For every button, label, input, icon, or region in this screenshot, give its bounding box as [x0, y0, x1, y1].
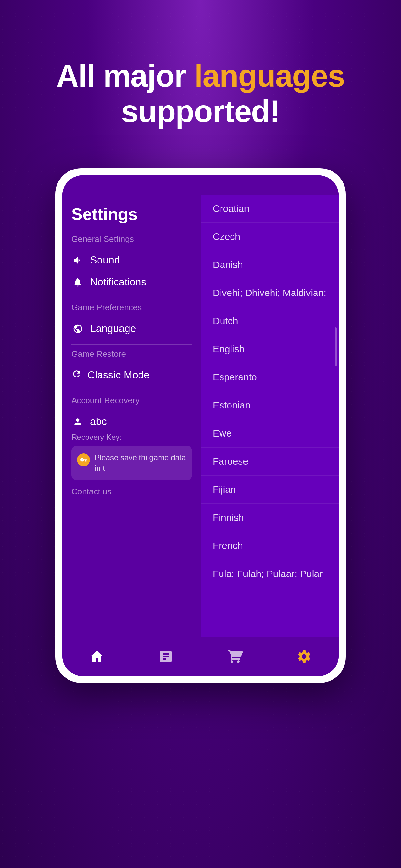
account-recovery-label: Account Recovery	[71, 396, 192, 406]
phone-outer: Settings General Settings Sound	[55, 168, 346, 683]
language-list-item[interactable]: Danish	[201, 251, 339, 279]
phone-mockup: Settings General Settings Sound	[55, 168, 346, 683]
headline-part2: supported!	[121, 94, 280, 128]
recovery-text: Please save thi game data in t	[95, 452, 186, 474]
nav-cart[interactable]	[222, 644, 248, 670]
language-list-item[interactable]: Faroese	[201, 447, 339, 476]
divider-3	[71, 391, 192, 391]
refresh-icon	[71, 369, 82, 382]
nav-stats[interactable]	[153, 644, 179, 670]
language-dropdown: CroatianCzechDanishDivehi; Dhivehi; Mald…	[201, 195, 339, 637]
language-list-item[interactable]: Estonian	[201, 392, 339, 420]
bell-icon	[71, 276, 84, 289]
notifications-menu-item[interactable]: Notifications	[71, 271, 192, 293]
status-bar	[62, 175, 339, 195]
headline-part1: All major	[56, 58, 194, 93]
phone-inner: Settings General Settings Sound	[62, 175, 339, 676]
language-menu-item[interactable]: Language	[71, 318, 192, 340]
settings-title: Settings	[71, 205, 192, 224]
app-content: Settings General Settings Sound	[62, 195, 339, 637]
language-list-item[interactable]: Croatian	[201, 195, 339, 223]
language-label: Language	[90, 322, 136, 335]
recovery-key-label: Recovery Key:	[71, 433, 192, 442]
notifications-label: Notifications	[90, 276, 146, 288]
language-list-item[interactable]: Fula; Fulah; Pulaar; Pular	[201, 560, 339, 588]
game-preferences-label: Game Preferences	[71, 303, 192, 313]
game-restore-label: Game Restore	[71, 349, 192, 359]
language-list-item[interactable]: Czech	[201, 223, 339, 251]
general-settings-label: General Settings	[71, 234, 192, 244]
settings-panel: Settings General Settings Sound	[62, 195, 201, 637]
scroll-indicator[interactable]	[335, 328, 337, 366]
divider-1	[71, 298, 192, 298]
classic-mode-label: Classic Mode	[88, 369, 150, 381]
language-list-item[interactable]: Dutch	[201, 307, 339, 335]
language-list: CroatianCzechDanishDivehi; Dhivehi; Mald…	[201, 195, 339, 637]
language-list-item[interactable]: Fijian	[201, 476, 339, 504]
recovery-box: Please save thi game data in t	[71, 445, 192, 480]
abc-label: abc	[90, 415, 107, 428]
language-list-item[interactable]: Esperanto	[201, 363, 339, 392]
language-list-item[interactable]: English	[201, 335, 339, 363]
divider-2	[71, 344, 192, 345]
nav-home[interactable]	[84, 644, 110, 670]
bottom-nav	[62, 637, 339, 676]
sound-icon	[71, 254, 84, 267]
sound-menu-item[interactable]: Sound	[71, 249, 192, 271]
contact-us-label: Contact us	[71, 487, 192, 497]
abc-menu-item[interactable]: abc	[71, 411, 192, 433]
language-list-item[interactable]: Finnish	[201, 504, 339, 532]
headline-text: All major languages supported!	[56, 58, 344, 129]
headline-accent: languages	[194, 58, 345, 93]
language-list-item[interactable]: Divehi; Dhivehi; Maldivian;	[201, 279, 339, 307]
language-list-item[interactable]: Ewe	[201, 420, 339, 447]
key-icon	[77, 454, 90, 466]
sound-label: Sound	[90, 254, 120, 266]
language-list-item[interactable]: French	[201, 532, 339, 560]
classic-mode-menu-item[interactable]: Classic Mode	[71, 364, 192, 386]
globe-icon	[71, 322, 84, 335]
headline-section: All major languages supported!	[30, 58, 370, 129]
nav-settings[interactable]	[291, 644, 317, 670]
user-icon	[71, 415, 84, 428]
